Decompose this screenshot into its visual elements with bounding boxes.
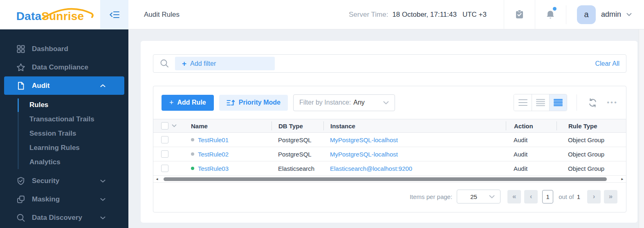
sidebar-subitem-session-trails[interactable]: Session Trails	[0, 126, 128, 141]
instance-filter-value: Any	[353, 99, 365, 106]
previous-page-button[interactable]: ‹	[524, 190, 538, 203]
chevron-down-icon	[383, 101, 389, 105]
topbar: DataSunrise Audit Rules Server Time: 18 …	[0, 0, 644, 29]
shield-icon	[16, 177, 25, 186]
content-card: + Add filter Clear All + Add Rule	[141, 41, 637, 223]
sidebar-item-label: Dashboard	[32, 45, 68, 53]
db-type-cell: Elasticsearch	[272, 165, 323, 172]
row-checkbox[interactable]	[161, 165, 168, 172]
sidebar-item-dashboard[interactable]: Dashboard	[0, 40, 128, 58]
table-row: TestRule01 PostgreSQL MyPostgreSQL-local…	[153, 133, 626, 147]
column-header-db-type[interactable]: DB Type	[272, 121, 323, 130]
scroll-right-arrow[interactable]: ►	[620, 177, 625, 181]
sidebar-subitem-label: Session Trails	[29, 130, 76, 138]
chevron-down-icon	[100, 179, 105, 183]
density-dense-icon	[554, 99, 563, 106]
density-comfortable-button[interactable]	[514, 94, 532, 111]
audit-submenu: Rules Transactional Trails Session Trail…	[0, 95, 128, 172]
row-checkbox[interactable]	[161, 136, 168, 143]
sidebar-item-label: Data Discovery	[32, 214, 82, 222]
server-time-label: Server Time:	[349, 11, 388, 19]
brand-part1: Data	[16, 10, 42, 22]
user-menu[interactable]: a admin	[566, 5, 644, 24]
page-size-value: 25	[470, 193, 477, 200]
rule-type-cell: Object Group	[556, 151, 626, 158]
column-header-rule-type[interactable]: Rule Type	[556, 121, 626, 130]
page-size-select[interactable]: 25	[457, 190, 500, 203]
plus-icon: +	[169, 98, 174, 107]
column-header-instance[interactable]: Instance	[323, 121, 506, 130]
status-dot	[191, 138, 194, 141]
table-header: Name DB Type Instance Action Rule Type	[153, 119, 626, 133]
pagination-bar: Items per page: 25 « ‹ 1 out of 1 › »	[153, 183, 626, 212]
sidebar-item-audit[interactable]: Audit	[4, 76, 124, 95]
logo[interactable]: DataSunrise	[0, 0, 100, 29]
current-page-input[interactable]: 1	[542, 190, 553, 203]
chevron-down-icon	[489, 195, 495, 199]
main-content: + Add filter Clear All + Add Rule	[128, 29, 644, 228]
select-all-checkbox[interactable]	[161, 122, 168, 130]
column-header-action[interactable]: Action	[506, 121, 556, 130]
last-page-button[interactable]: »	[604, 190, 617, 203]
sidebar-item-label: Audit	[32, 82, 49, 90]
refresh-button[interactable]	[588, 98, 597, 107]
scrollbar-track[interactable]	[159, 177, 620, 181]
search-icon	[160, 59, 169, 68]
priority-mode-button[interactable]: Priority Mode	[219, 95, 288, 111]
scroll-left-arrow[interactable]: ◄	[155, 177, 159, 181]
sidebar-subitem-analytics[interactable]: Analytics	[0, 155, 128, 169]
chevron-down-icon	[626, 13, 632, 16]
vertical-scrollbar[interactable]	[639, 29, 644, 228]
chevron-up-icon	[100, 84, 105, 87]
density-medium-icon	[536, 99, 545, 106]
notifications-button[interactable]	[535, 0, 566, 29]
topbar-main: Audit Rules Server Time: 18 October, 17:…	[128, 0, 644, 29]
grid-icon	[16, 45, 25, 54]
tasks-button[interactable]	[504, 0, 535, 29]
brand-logo: DataSunrise	[16, 7, 84, 23]
action-cell: Audit	[506, 165, 556, 172]
scrollbar-thumb[interactable]	[164, 177, 607, 181]
rule-name-link[interactable]: TestRule01	[198, 136, 229, 143]
sidebar-item-security[interactable]: Security	[0, 172, 128, 190]
search-icon	[16, 213, 25, 222]
add-filter-label: Add filter	[190, 60, 216, 67]
sidebar-collapse-button[interactable]	[100, 0, 128, 29]
chevron-down-icon	[100, 198, 105, 201]
row-checkbox[interactable]	[161, 150, 168, 158]
rule-name-link[interactable]: TestRule03	[198, 165, 229, 172]
clear-all-link[interactable]: Clear All	[595, 60, 619, 67]
next-page-button[interactable]: ›	[587, 190, 601, 203]
density-medium-button[interactable]	[532, 94, 549, 111]
sidebar-subitem-label: Transactional Trails	[29, 115, 94, 123]
instance-link[interactable]: MyPostgreSQL-localhost	[330, 151, 398, 158]
sidebar-subitem-transactional-trails[interactable]: Transactional Trails	[0, 112, 128, 126]
first-page-button[interactable]: «	[507, 190, 521, 203]
add-filter-button[interactable]: + Add filter	[175, 57, 275, 70]
sidebar-subitem-rules[interactable]: Rules	[0, 98, 128, 112]
sidebar-item-data-discovery[interactable]: Data Discovery	[0, 208, 128, 227]
star-icon	[16, 63, 25, 72]
sidebar-subitem-learning-rules[interactable]: Learning Rules	[0, 141, 128, 155]
sidebar-item-label: Security	[32, 177, 59, 185]
rules-toolbar: + Add Rule Priority Mode	[153, 86, 626, 119]
column-header-name[interactable]: Name	[186, 121, 272, 130]
more-options-button[interactable]: •••	[607, 98, 618, 107]
sidebar-item-data-compliance[interactable]: Data Compliance	[0, 58, 128, 76]
density-toggle-group	[514, 94, 567, 111]
instance-link[interactable]: MyPostgreSQL-localhost	[330, 136, 398, 143]
chevron-down-icon[interactable]	[172, 124, 177, 127]
density-compact-button[interactable]	[549, 94, 567, 111]
server-timezone: UTC +3	[462, 11, 487, 19]
instance-filter-dropdown[interactable]: Filter by Instance: Any	[293, 94, 395, 111]
sidebar-item-masking[interactable]: Masking	[0, 190, 128, 208]
toolbar-divider	[577, 94, 577, 111]
rule-name-link[interactable]: TestRule02	[198, 151, 229, 158]
out-of-label: out of	[559, 193, 574, 200]
priority-mode-label: Priority Mode	[239, 99, 280, 106]
add-rule-button[interactable]: + Add Rule	[162, 95, 214, 111]
instance-filter-label: Filter by Instance:	[299, 99, 351, 106]
sidebar-subitem-label: Learning Rules	[29, 144, 80, 152]
horizontal-scrollbar: ◄ ►	[153, 176, 626, 183]
instance-link[interactable]: Elasticsearch@localhost:9200	[330, 165, 412, 172]
